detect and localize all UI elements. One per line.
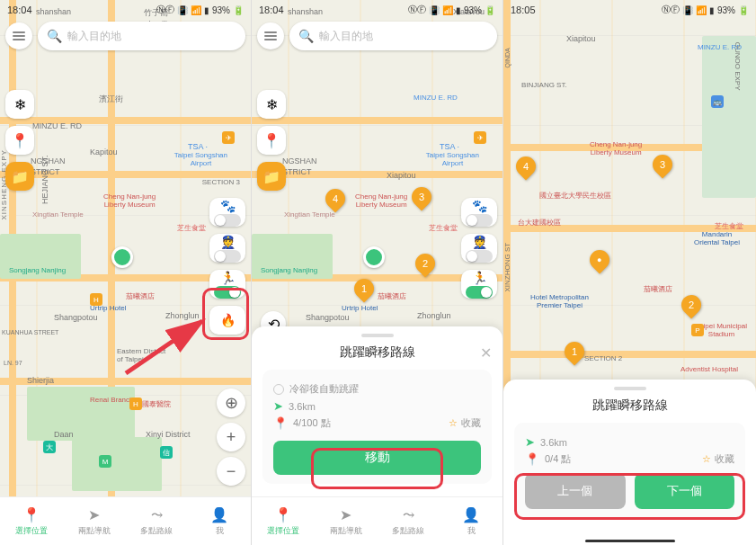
nfc-icon: ⓃⒻ (156, 4, 174, 16)
nav-icon: ➤ (88, 506, 100, 523)
favorite-button[interactable]: ☆ 收藏 (702, 452, 734, 466)
status-time: 18:05 (511, 4, 536, 15)
zoom-in-button[interactable]: + (217, 423, 245, 451)
hamburger-icon (13, 31, 25, 40)
sheet-handle[interactable] (361, 334, 394, 337)
search-icon: 🔍 (298, 29, 314, 43)
folder-button[interactable]: 📁 (257, 162, 286, 191)
wifi-icon: 📶 (191, 5, 201, 15)
status-time: 18:04 (259, 4, 284, 15)
menu-button[interactable] (257, 22, 284, 49)
pin-icon: 📍 (11, 132, 29, 149)
folder-button[interactable]: 📁 (5, 162, 34, 191)
bottom-nav: 📍 選擇位置 ➤ 兩點導航 ⤳ 多點路線 👤 我 (0, 496, 251, 545)
menu-button[interactable] (5, 22, 32, 49)
toggle-pet[interactable]: 🐾 (209, 198, 245, 227)
toggle-police[interactable]: 👮 (461, 234, 497, 263)
status-bar: 18:05 ⓃⒻ📳📶▮ 93%🔋 (503, 0, 756, 18)
star-icon: ☆ (702, 453, 711, 465)
route-icon: ⤳ (151, 506, 163, 523)
minus-icon: − (227, 462, 236, 481)
zoom-out-button[interactable]: − (217, 457, 245, 486)
sheet-close-button[interactable]: ✕ (480, 344, 492, 362)
status-bar: 18:04 ⓃⒻ📳📶▮ 93%🔋 (252, 0, 503, 18)
point-icon: 📍 (273, 416, 288, 430)
next-button[interactable]: 下一個 (635, 473, 735, 509)
panel-3: Xiapitou MINZU E. RD OUNOO EXPY Cheng Na… (503, 0, 756, 545)
pin-button[interactable]: 📍 (257, 126, 286, 155)
battery-text: 93% (212, 5, 230, 15)
toggle-person[interactable]: 🏃 (209, 270, 245, 299)
status-time: 18:04 (7, 4, 32, 15)
user-icon: 👤 (210, 506, 228, 523)
signal-icon: ▮ (204, 5, 209, 15)
person-icon: 🏃 (220, 271, 236, 285)
home-indicator (585, 540, 675, 542)
snowflake-icon: ❄ (14, 96, 26, 113)
points-label: 0/4 點 (545, 452, 571, 466)
distance-label: 3.6km (289, 401, 316, 412)
nav-two-point[interactable]: ➤ 兩點導航 (63, 497, 126, 545)
police-icon: 👮 (220, 235, 236, 249)
toggle-police[interactable]: 👮 (209, 234, 245, 263)
nav-multi-point[interactable]: ⤳ 多點路線 (126, 497, 189, 545)
search-placeholder: 輸入目的地 (67, 29, 121, 44)
vibrate-icon: 📳 (177, 5, 188, 15)
folder-icon: 📁 (11, 168, 29, 185)
battery-icon: 🔋 (233, 5, 244, 15)
nav-me[interactable]: 👤 我 (188, 497, 251, 545)
auto-jump-row[interactable]: 冷卻後自動跳躍 (273, 382, 481, 396)
distance-label: 3.6km (540, 437, 567, 448)
nav-select-location[interactable]: 📍選擇位置 (252, 497, 315, 545)
move-button[interactable]: 移動 (273, 441, 481, 475)
search-input[interactable]: 🔍 輸入目的地 (38, 22, 245, 50)
nav-multi-point[interactable]: ⤳多點路線 (378, 497, 440, 545)
snow-button[interactable]: ❄ (257, 90, 286, 119)
point-icon: 📍 (525, 452, 539, 466)
nav-two-point[interactable]: ➤兩點導航 (315, 497, 378, 545)
pet-icon: 🐾 (220, 199, 236, 213)
panel-1: shanshan 竹子窩 Zhuzilin 濱江街 MINZU E. RD Ka… (0, 0, 252, 545)
toggle-fire[interactable]: 🔥 (209, 306, 245, 335)
nav-select-location[interactable]: 📍 選擇位置 (0, 497, 63, 545)
prev-button[interactable]: 上一個 (525, 473, 626, 509)
bottom-sheet-route-nav: 跳躍瞬移路線 ➤ 3.6km 📍 0/4 點 ☆ 收藏 上一個 下一個 (503, 380, 756, 545)
bottom-sheet-route: 跳躍瞬移路線 ✕ 冷卻後自動跳躍 ➤ 3.6km 📍 4/100 點 ☆ 收藏 (252, 326, 503, 496)
toggle-pet[interactable]: 🐾 (461, 198, 497, 227)
snow-button[interactable]: ❄ (5, 90, 34, 119)
fire-icon: 🔥 (220, 313, 236, 327)
nav-arrow-icon: ➤ (525, 435, 535, 449)
location-icon: 📍 (22, 506, 40, 523)
panel-2: shanshan Xiatavou MINZU E. RD TSA · Taip… (252, 0, 503, 545)
star-icon: ☆ (449, 417, 458, 429)
crosshair-icon: ⊕ (225, 393, 238, 413)
pin-button[interactable]: 📍 (5, 126, 34, 155)
nav-me[interactable]: 👤我 (440, 497, 503, 545)
sheet-title: 跳躍瞬移路線 (340, 344, 415, 361)
nav-arrow-icon: ➤ (273, 399, 283, 413)
sheet-handle[interactable] (614, 387, 646, 390)
radio-icon (273, 384, 284, 395)
favorite-button[interactable]: ☆ 收藏 (449, 416, 481, 430)
close-icon: ✕ (480, 345, 492, 361)
plus-icon: + (227, 428, 236, 447)
toggle-person[interactable]: 🏃 (461, 270, 497, 299)
status-bar: 18:04 ⓃⒻ 📳 📶 ▮ 93% 🔋 (0, 0, 251, 18)
locate-button[interactable]: ⊕ (217, 389, 245, 417)
sheet-title: 跳躍瞬移路線 (592, 398, 668, 414)
points-label: 4/100 點 (293, 416, 331, 430)
search-icon: 🔍 (47, 29, 62, 43)
search-input[interactable]: 🔍 輸入目的地 (289, 22, 497, 50)
